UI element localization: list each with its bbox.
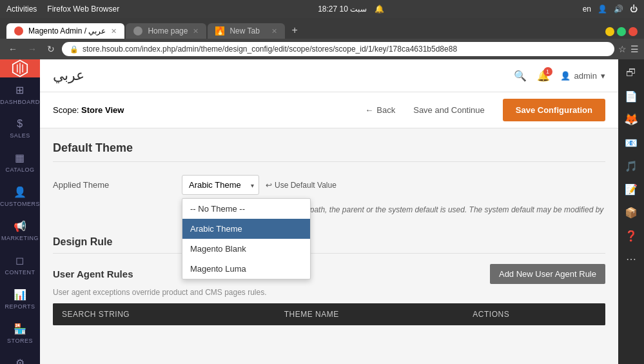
tab-home[interactable]: Home page ✕	[126, 23, 206, 39]
dashboard-icon: ⊞	[15, 84, 24, 96]
os-clock: 18:27 10 سبت 🔔	[318, 5, 384, 14]
window-maximize-btn[interactable]	[617, 27, 626, 36]
scope-value: Store View	[81, 105, 124, 115]
back-arrow-icon: ←	[365, 105, 373, 115]
sidebar-item-label-sales: SALES	[10, 132, 30, 139]
reports-icon: 📊	[14, 288, 27, 301]
dropdown-option-blank[interactable]: Magento Blank	[182, 239, 310, 259]
sidebar-item-sales[interactable]: $ SALES	[0, 112, 40, 145]
sidebar-item-marketing[interactable]: 📢 MARKETING	[0, 214, 40, 248]
magento-logo-icon	[11, 59, 29, 77]
sidebar-item-label-dashboard: DASHBOARD	[0, 99, 40, 105]
browser-toolbar-right: ☆ ☰	[618, 44, 639, 54]
dock-grid-btn[interactable]: ⋯	[620, 248, 642, 270]
reset-icon: ↩	[266, 181, 272, 190]
back-nav-btn[interactable]: ←	[5, 43, 21, 56]
save-configuration-button[interactable]: Save Configuration	[503, 99, 605, 121]
tab-icon-home	[133, 26, 142, 35]
sidebar-item-dashboard[interactable]: ⊞ DASHBOARD	[0, 77, 40, 112]
address-bar[interactable]: 🔒 store.hsoub.com/index.php/admin/theme/…	[62, 42, 614, 56]
scope-bar: Scope: Store View ← Back Save and Contin…	[40, 92, 618, 128]
sidebar-item-customers[interactable]: 👤 CUSTOMERS	[0, 179, 40, 214]
sidebar: ⊞ DASHBOARD $ SALES ▦ CATALOG 👤 CUSTOMER…	[0, 59, 40, 364]
sidebar-item-content[interactable]: ◻ CONTENT	[0, 248, 40, 282]
os-system-tray: en 👤 🔊 ⏻	[583, 5, 638, 14]
reload-btn[interactable]: ↻	[44, 43, 58, 56]
activities-label[interactable]: Activities	[6, 5, 37, 14]
admin-menu[interactable]: 👤 admin ▾	[560, 71, 605, 81]
applied-theme-label: Applied Theme	[53, 180, 182, 190]
sidebar-item-label-content: CONTENT	[5, 269, 35, 276]
sidebar-item-system[interactable]: ⚙ SYSTEM	[0, 350, 40, 364]
tab-close-newtab[interactable]: ✕	[271, 27, 277, 35]
back-button[interactable]: ← Back	[365, 105, 395, 115]
sidebar-item-reports[interactable]: 📊 REPORTS	[0, 282, 40, 316]
tab-magento[interactable]: Magento Admin / عربي ✕	[6, 23, 124, 39]
dock-file-btn[interactable]: 📄	[620, 85, 642, 107]
user-agent-title: User Agent Rules	[53, 268, 133, 279]
sidebar-item-stores[interactable]: 🏪 STORES	[0, 316, 40, 350]
notification-badge: 1	[543, 67, 552, 76]
search-button[interactable]: 🔍	[514, 70, 527, 82]
dock-office-btn[interactable]: 📝	[620, 178, 642, 200]
theme-dropdown-menu: -- No Theme -- Arabic Theme Magento Blan…	[182, 198, 311, 279]
dock-music-btn[interactable]: 🎵	[620, 155, 642, 177]
page-title: عربي	[53, 67, 84, 84]
tab-newtab[interactable]: 🔥 New Tab ✕	[208, 23, 285, 39]
dock-help-btn[interactable]: ❓	[620, 225, 642, 247]
sidebar-item-label-customers: CUSTOMERS	[0, 201, 40, 207]
menu-icon[interactable]: ☰	[630, 44, 639, 54]
sidebar-item-catalog[interactable]: ▦ CATALOG	[0, 145, 40, 179]
notifications-button[interactable]: 🔔 1	[537, 70, 550, 82]
sidebar-item-label-reports: REPORTS	[5, 303, 35, 310]
scope-info: Scope: Store View	[53, 105, 124, 115]
os-topbar: Activities Firefox Web Browser 18:27 10 …	[0, 0, 644, 18]
dock-web-btn[interactable]: 🦊	[620, 108, 642, 130]
dropdown-option-arabic[interactable]: Arabic Theme	[182, 219, 310, 239]
sales-icon: $	[17, 118, 23, 130]
tab-close-home[interactable]: ✕	[193, 27, 199, 35]
use-default-button[interactable]: ↩ Use Default Value	[266, 181, 337, 190]
tab-label-home: Home page	[148, 26, 188, 35]
window-minimize-btn[interactable]	[605, 27, 614, 36]
default-theme-title: Default Theme	[53, 141, 605, 162]
dock-window-btn[interactable]: 🗗	[620, 62, 642, 84]
back-button-label: Back	[376, 105, 395, 115]
dock-software-btn[interactable]: 📦	[620, 201, 642, 223]
user-agent-header: User Agent Rules Add New User Agent Rule	[53, 264, 605, 284]
tab-label-newtab: New Tab	[229, 26, 259, 35]
browser-name-label: Firefox Web Browser	[47, 5, 119, 14]
admin-label: admin	[574, 71, 597, 81]
dropdown-option-luma[interactable]: Magento Luma	[182, 259, 310, 279]
stores-icon: 🏪	[14, 323, 27, 335]
forward-nav-btn[interactable]: →	[24, 43, 40, 56]
dock-mail-btn[interactable]: 📧	[620, 132, 642, 154]
design-rule-section: Design Rule	[53, 236, 605, 254]
design-rule-title: Design Rule	[53, 236, 605, 254]
save-continue-button[interactable]: Save and Continue	[403, 100, 495, 120]
tab-icon-magento	[14, 26, 23, 35]
applied-theme-row: Applied Theme Arabic Theme -- No Theme -…	[53, 175, 605, 195]
new-tab-button[interactable]: +	[286, 22, 302, 39]
user-agent-section: User Agent Rules Add New User Agent Rule…	[53, 264, 605, 325]
browser-tabs-bar: Magento Admin / عربي ✕ Home page ✕ 🔥 New…	[0, 18, 644, 39]
user-agent-table: Search String Theme Name Actions	[53, 303, 605, 325]
tab-icon-newtab: 🔥	[215, 26, 224, 35]
default-theme-section: Default Theme Applied Theme Arabic Theme…	[53, 141, 605, 223]
system-icon: ⚙	[15, 357, 25, 364]
bookmark-icon[interactable]: ☆	[618, 44, 627, 54]
content-header: عربي 🔍 🔔 1 👤 admin ▾	[40, 59, 618, 92]
dropdown-option-no-theme[interactable]: -- No Theme --	[182, 199, 310, 219]
sidebar-item-label-marketing: MARKETING	[1, 235, 39, 241]
os-dock-right: 🗗 📄 🦊 📧 🎵 📝 📦 ❓ ⋯	[618, 59, 644, 364]
applied-theme-control: Arabic Theme -- No Theme -- Magento Blan…	[182, 175, 605, 195]
theme-select[interactable]: Arabic Theme -- No Theme -- Magento Blan…	[182, 175, 259, 195]
user-agent-description: User agent exceptions override product a…	[53, 288, 605, 297]
sidebar-logo[interactable]	[0, 59, 40, 77]
tab-close-magento[interactable]: ✕	[111, 27, 117, 35]
theme-select-wrapper[interactable]: Arabic Theme -- No Theme -- Magento Blan…	[182, 175, 259, 195]
sidebar-item-label-stores: STORES	[7, 338, 33, 344]
add-user-agent-rule-button[interactable]: Add New User Agent Rule	[490, 264, 605, 284]
scope-label: Scope:	[53, 105, 79, 115]
window-close-btn[interactable]	[629, 27, 638, 36]
